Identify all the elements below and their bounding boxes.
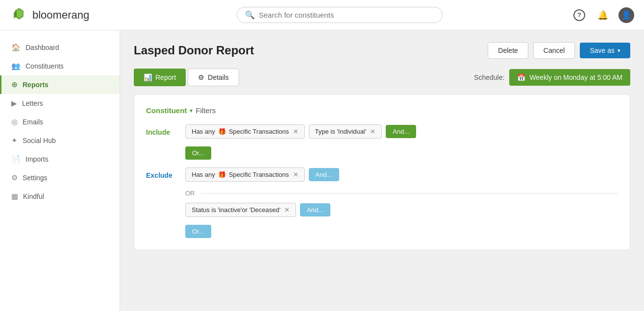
status-inactive-text: Status is 'inactive'or 'Deceased' — [192, 206, 280, 214]
report-tab-label: Report — [155, 73, 176, 81]
include-or-row: Or... — [185, 146, 618, 160]
schedule-button[interactable]: 📅 Weekly on Monday at 5:00 AM — [509, 69, 630, 86]
exclude-filter-tag-2: Status is 'inactive'or 'Deceased' ✕ — [185, 203, 296, 217]
home-icon: 🏠 — [11, 43, 21, 52]
main-content: Lasped Donor Report Delete Cancel Save a… — [120, 30, 644, 311]
sidebar-item-settings[interactable]: ⚙ Settings — [0, 168, 120, 187]
sidebar-item-imports[interactable]: 📄 Imports — [0, 150, 120, 168]
sidebar-item-label: Reports — [23, 81, 49, 89]
exclude-filter-tag-2-close[interactable]: ✕ — [284, 206, 290, 214]
search-input-wrap: 🔍 — [237, 7, 443, 23]
emails-icon: ◎ — [11, 118, 18, 126]
exclude-conditions-2: Status is 'inactive'or 'Deceased' ✕ And.… — [185, 203, 618, 217]
exclude-filter-tag-1-close[interactable]: ✕ — [293, 171, 298, 178]
top-navigation: bloomerang 🔍 ? 🔔 👤 — [0, 0, 644, 30]
exclude-label: Exclude — [146, 167, 179, 179]
reports-icon: ⊕ — [11, 80, 18, 89]
filter-tag-1-close[interactable]: ✕ — [293, 128, 298, 135]
sidebar-item-label: Letters — [22, 99, 43, 107]
layout: 🏠 Dashboard 👥 Constituents ⊕ Reports ▶ L… — [0, 30, 644, 311]
schedule-label: Schedule: — [474, 73, 504, 81]
details-tab-icon: ⚙ — [198, 73, 204, 81]
calendar-icon: 📅 — [517, 73, 525, 81]
exclude-specific-transactions-text: Specific Transactions — [229, 171, 289, 178]
has-any-text: Has any — [192, 128, 215, 135]
sidebar-item-dashboard[interactable]: 🏠 Dashboard — [0, 38, 120, 57]
page-title: Lasped Donor Report — [134, 44, 254, 57]
search-input[interactable] — [259, 11, 434, 19]
page-header: Lasped Donor Report Delete Cancel Save a… — [134, 42, 630, 59]
exclude-or-button[interactable]: Or... — [185, 225, 211, 238]
include-or-button[interactable]: Or... — [185, 146, 211, 160]
search-icon: 🔍 — [245, 10, 255, 20]
save-as-label: Save as — [590, 47, 615, 54]
logo-area: bloomerang — [10, 6, 108, 24]
bell-icon: 🔔 — [597, 10, 608, 21]
sidebar-item-constituents[interactable]: 👥 Constituents — [0, 57, 120, 75]
tab-bar: 📊 Report ⚙ Details Schedule: 📅 Weekly on… — [134, 69, 630, 86]
user-menu-button[interactable]: 👤 — [619, 7, 634, 23]
settings-icon: ⚙ — [11, 173, 18, 182]
specific-transactions-text: Specific Transactions — [229, 128, 289, 135]
exclude-filter-tag-1: Has any 🎁 Specific Transactions ✕ — [185, 167, 305, 182]
exclude-conditions-1: Has any 🎁 Specific Transactions ✕ And... — [185, 167, 618, 182]
kindful-icon: ▦ — [11, 192, 18, 201]
exclude-or-row: Or... — [185, 225, 618, 238]
exclude-filter-row-1: Exclude Has any 🎁 Specific Transactions … — [146, 167, 618, 182]
exclude-has-any-text: Has any — [192, 171, 215, 178]
constituent-link[interactable]: Constituent — [146, 106, 187, 115]
details-tab-label: Details — [208, 73, 229, 81]
schedule-area: Schedule: 📅 Weekly on Monday at 5:00 AM — [474, 69, 630, 86]
sidebar-item-label: Emails — [23, 118, 43, 126]
include-conditions: Has any 🎁 Specific Transactions ✕ Type i… — [185, 124, 618, 139]
constituents-icon: 👥 — [11, 62, 21, 71]
help-icon: ? — [573, 9, 585, 21]
sidebar-item-reports[interactable]: ⊕ Reports — [0, 75, 120, 94]
include-label: Include — [146, 124, 179, 136]
filter-tag-2-close[interactable]: ✕ — [370, 128, 375, 135]
sidebar-item-label: Social Hub — [23, 137, 56, 144]
tabs: 📊 Report ⚙ Details — [134, 69, 239, 86]
sidebar-item-label: Settings — [23, 174, 48, 182]
tab-report[interactable]: 📊 Report — [134, 69, 186, 86]
or-divider: OR — [185, 190, 618, 197]
filters-label: Filters — [196, 106, 216, 115]
imports-icon: 📄 — [11, 155, 21, 164]
include-filter-tag-1: Has any 🎁 Specific Transactions ✕ — [185, 124, 305, 139]
avatar: 👤 — [619, 7, 634, 23]
sidebar-item-social-hub[interactable]: ✦ Social Hub — [0, 131, 120, 150]
gift-icon: 🎁 — [218, 128, 226, 135]
cancel-button[interactable]: Cancel — [533, 42, 575, 59]
report-tab-icon: 📊 — [144, 73, 152, 81]
exclude-and-button-1[interactable]: And... — [309, 168, 339, 181]
chevron-down-icon: ▾ — [190, 107, 193, 114]
bloomerang-logo-icon — [10, 6, 28, 24]
exclude-and-button-2[interactable]: And... — [300, 203, 330, 216]
help-button[interactable]: ? — [571, 7, 587, 23]
filter-heading: Constituent ▾ Filters — [146, 106, 618, 115]
include-and-button[interactable]: And... — [386, 125, 416, 138]
social-hub-icon: ✦ — [11, 136, 18, 145]
include-filter-tag-2: Type is 'Individual' ✕ — [309, 124, 382, 139]
sidebar-item-label: Kindful — [23, 192, 44, 200]
chevron-down-icon: ▾ — [618, 48, 620, 54]
sidebar-item-label: Constituents — [25, 62, 64, 70]
letters-icon: ▶ — [11, 99, 17, 108]
sidebar-item-label: Dashboard — [25, 44, 59, 51]
sidebar-item-kindful[interactable]: ▦ Kindful — [0, 187, 120, 206]
include-filter-row: Include Has any 🎁 Specific Transactions … — [146, 124, 618, 139]
schedule-value: Weekly on Monday at 5:00 AM — [529, 73, 622, 81]
sidebar: 🏠 Dashboard 👥 Constituents ⊕ Reports ▶ L… — [0, 30, 120, 311]
tab-details[interactable]: ⚙ Details — [188, 69, 239, 86]
notifications-button[interactable]: 🔔 — [595, 7, 611, 23]
delete-button[interactable]: Delete — [488, 42, 528, 59]
type-individual-text: Type is 'Individual' — [315, 128, 367, 135]
or-text: OR — [185, 190, 195, 197]
sidebar-item-letters[interactable]: ▶ Letters — [0, 94, 120, 113]
save-as-button[interactable]: Save as ▾ — [580, 43, 630, 58]
sidebar-item-emails[interactable]: ◎ Emails — [0, 113, 120, 131]
logo-text: bloomerang — [32, 9, 89, 22]
header-buttons: Delete Cancel Save as ▾ — [488, 42, 630, 59]
filter-card: Constituent ▾ Filters Include Has any 🎁 … — [134, 94, 630, 250]
exclude-filter-row-2: Exclude Status is 'inactive'or 'Deceased… — [146, 203, 618, 217]
